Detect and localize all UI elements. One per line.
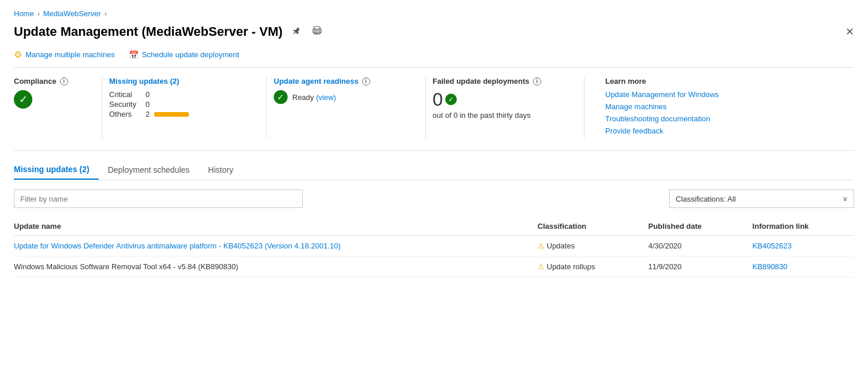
readiness-view-link[interactable]: (view) (316, 93, 336, 102)
close-button[interactable]: ✕ (845, 25, 854, 38)
table-row: Windows Malicious Software Removal Tool … (14, 257, 854, 277)
toolbar: ⚙ Manage multiple machines 📅 Schedule up… (14, 49, 854, 68)
filters-row: Classifications: All ∨ (14, 190, 854, 208)
classification-select[interactable]: Classifications: All ∨ (669, 190, 854, 208)
readiness-panel: Update agent readiness i ✓ Ready (view) (274, 77, 418, 139)
updates-table: Update name Classification Published dat… (14, 217, 854, 277)
failed-deployments-title: Failed update deployments i (433, 77, 563, 86)
table-row: Update for Windows Defender Antivirus an… (14, 236, 854, 257)
info-link-cell-1: KB890830 (746, 257, 854, 277)
svg-rect-4 (315, 34, 318, 34)
missing-updates-title: Missing updates (2) (109, 77, 245, 86)
update-name-cell-0: Update for Windows Defender Antivirus an… (14, 236, 531, 257)
tab-deployment-schedules[interactable]: Deployment schedules (99, 160, 199, 180)
compliance-title: Compliance i (14, 77, 81, 86)
print-icon (312, 26, 322, 35)
pin-icon (292, 26, 301, 35)
compliance-info-icon[interactable]: i (60, 77, 68, 86)
filter-by-name-input[interactable] (14, 190, 303, 208)
published-date-cell-0: 4/30/2020 (641, 236, 745, 257)
failed-deployments-panel: Failed update deployments i 0 ✓ out of 0… (433, 77, 577, 139)
learn-more-link-1[interactable]: Manage machines (605, 102, 840, 111)
readiness-status: Ready (view) (292, 93, 336, 102)
others-bar (154, 112, 189, 117)
gear-icon: ⚙ (14, 49, 22, 60)
learn-more-link-0[interactable]: Update Management for Windows (605, 90, 840, 99)
pin-button[interactable] (289, 24, 303, 40)
col-classification: Classification (531, 217, 642, 236)
calendar-icon: 📅 (129, 50, 139, 60)
page-title: Update Management (MediaWebServer - VM) (14, 24, 282, 39)
tab-missing-updates[interactable]: Missing updates (2) (14, 160, 99, 180)
col-update-name: Update name (14, 217, 531, 236)
classification-cell-0: ⚠Updates (531, 236, 642, 257)
warning-icon: ⚠ (538, 241, 545, 250)
learn-more-panel: Learn more Update Management for Windows… (591, 77, 854, 139)
compliance-panel: Compliance i ✓ (14, 77, 95, 139)
manage-machines-button[interactable]: ⚙ Manage multiple machines (14, 49, 115, 60)
divider-1 (102, 77, 102, 139)
col-info-link: Information link (746, 217, 854, 236)
table-header-row: Update name Classification Published dat… (14, 217, 854, 236)
col-published-date: Published date (641, 217, 745, 236)
divider-2 (266, 77, 267, 139)
failed-area: 0 ✓ out of 0 in the past thirty days (433, 90, 563, 120)
readiness-title: Update agent readiness i (274, 77, 404, 86)
breadcrumb-server[interactable]: MediaWebServer (43, 9, 101, 18)
divider-3 (425, 77, 426, 139)
readiness-area: ✓ Ready (view) (274, 90, 404, 104)
summary-row: Compliance i ✓ Missing updates (2) Criti… (14, 77, 854, 151)
info-link-1[interactable]: KB890830 (752, 262, 788, 271)
chevron-down-icon: ∨ (843, 195, 848, 203)
learn-more-link-3[interactable]: Provide feedback (605, 127, 840, 135)
missing-updates-panel: Missing updates (2) Critical 0 Security … (109, 77, 259, 139)
info-link-0[interactable]: KB4052623 (752, 241, 792, 250)
tabs: Missing updates (2) Deployment schedules… (14, 160, 854, 180)
breadcrumb: Home › MediaWebServer › (14, 9, 854, 18)
title-row: Update Management (MediaWebServer - VM) … (14, 24, 854, 40)
critical-val: 0 (146, 90, 245, 99)
warning-icon: ⚠ (538, 262, 545, 271)
schedule-deployment-button[interactable]: 📅 Schedule update deployment (129, 50, 239, 60)
learn-more-title: Learn more (605, 77, 840, 86)
security-val: 0 (146, 100, 245, 109)
learn-more-link-2[interactable]: Troubleshooting documentation (605, 114, 840, 123)
divider-4 (584, 77, 584, 139)
missing-updates-grid: Critical 0 Security 0 Others 2 (109, 90, 245, 118)
failed-check-icon: ✓ (445, 94, 457, 105)
svg-rect-0 (314, 27, 320, 30)
print-button[interactable] (310, 24, 324, 40)
update-name-cell-1: Windows Malicious Software Removal Tool … (14, 257, 531, 277)
readiness-check-icon: ✓ (274, 90, 288, 104)
info-link-cell-0: KB4052623 (746, 236, 854, 257)
tab-history[interactable]: History (199, 160, 243, 180)
readiness-info-icon[interactable]: i (362, 77, 370, 86)
failed-info-icon[interactable]: i (533, 77, 541, 86)
update-name-link-0[interactable]: Update for Windows Defender Antivirus an… (14, 241, 341, 250)
others-val: 2 (146, 110, 245, 118)
svg-rect-3 (315, 32, 319, 33)
compliance-check-icon: ✓ (14, 90, 32, 109)
published-date-cell-1: 11/9/2020 (641, 257, 745, 277)
breadcrumb-home[interactable]: Home (14, 9, 34, 18)
classification-cell-1: ⚠Update rollups (531, 257, 642, 277)
